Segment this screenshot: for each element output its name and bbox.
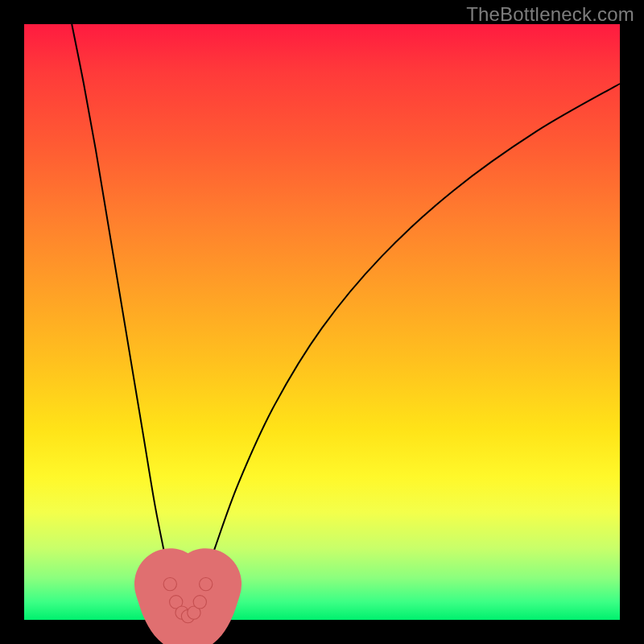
chart-overlay [24,24,620,620]
attribution-label: TheBottleneck.com [466,3,634,26]
marker-dot [200,577,213,590]
marker-dot [163,577,176,590]
bottleneck-curve [72,24,620,620]
marker-dot [193,596,206,609]
chart-frame: TheBottleneck.com [0,0,644,644]
